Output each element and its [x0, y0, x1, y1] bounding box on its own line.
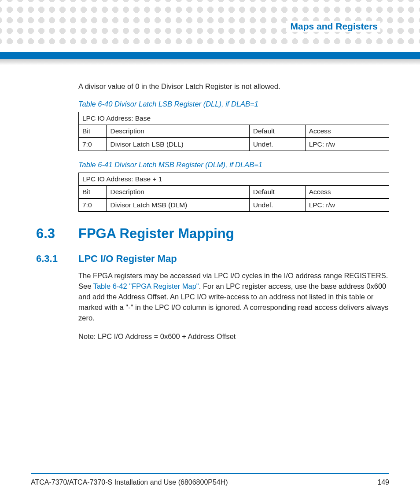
table-row: 7:0 Divisor Latch LSB (DLL) Undef. LPC: … — [79, 138, 389, 151]
table-6-40: LPC IO Address: Base Bit Description Def… — [78, 112, 389, 151]
note-paragraph: Note: LPC I/O Address = 0x600 + Address … — [78, 331, 389, 342]
cell-description: Divisor Latch LSB (DLL) — [107, 138, 249, 151]
col-header-default: Default — [249, 125, 305, 138]
section-title: FPGA Register Mapping — [78, 226, 234, 242]
section-6-3-1-heading: 6.3.1 LPC I/O Register Map — [78, 253, 389, 265]
page-header-title: Maps and Registers — [286, 21, 380, 32]
section-number: 6.3 — [36, 226, 78, 242]
col-header-access: Access — [305, 185, 389, 199]
cell-bit: 7:0 — [79, 199, 107, 212]
cell-access: LPC: r/w — [305, 199, 389, 212]
cell-bit: 7:0 — [79, 138, 107, 151]
footer-rule — [31, 473, 389, 474]
col-header-bit: Bit — [79, 125, 107, 138]
subsection-title: LPC I/O Register Map — [78, 253, 177, 265]
footer-page-number: 149 — [377, 478, 389, 486]
table-address-row: LPC IO Address: Base + 1 — [79, 173, 389, 185]
table-row: Bit Description Default Access — [79, 125, 389, 138]
table-row: LPC IO Address: Base + 1 — [79, 173, 389, 185]
col-header-default: Default — [249, 185, 305, 199]
cell-access: LPC: r/w — [305, 138, 389, 151]
header-rule — [0, 52, 420, 59]
cell-default: Undef. — [249, 199, 305, 212]
footer-doc-title: ATCA-7370/ATCA-7370-S Installation and U… — [31, 478, 228, 486]
page-content: A divisor value of 0 in the Divisor Latc… — [78, 81, 389, 349]
section-6-3-heading: 6.3 FPGA Register Mapping — [78, 226, 389, 242]
page-footer: ATCA-7370/ATCA-7370-S Installation and U… — [31, 473, 389, 486]
col-header-bit: Bit — [79, 185, 107, 199]
table-6-41: LPC IO Address: Base + 1 Bit Description… — [78, 173, 389, 212]
table-6-40-caption: Table 6-40 Divisor Latch LSB Register (D… — [78, 100, 389, 108]
header-rule-shadow — [0, 59, 420, 65]
cell-description: Divisor Latch MSB (DLM) — [107, 199, 249, 212]
table-row: 7:0 Divisor Latch MSB (DLM) Undef. LPC: … — [79, 199, 389, 212]
col-header-description: Description — [107, 185, 249, 199]
col-header-access: Access — [305, 125, 389, 138]
col-header-description: Description — [107, 125, 249, 138]
intro-paragraph: A divisor value of 0 in the Divisor Latc… — [78, 81, 389, 92]
table-address-row: LPC IO Address: Base — [79, 112, 389, 125]
section-paragraph: The FPGA registers may be accessed via L… — [78, 271, 389, 324]
table-row: LPC IO Address: Base — [79, 112, 389, 125]
cell-default: Undef. — [249, 138, 305, 151]
table-6-42-link[interactable]: Table 6-42 "FPGA Register Map" — [93, 282, 199, 290]
subsection-number: 6.3.1 — [36, 253, 78, 265]
table-6-41-caption: Table 6-41 Divisor Latch MSB Register (D… — [78, 161, 389, 169]
table-row: Bit Description Default Access — [79, 185, 389, 199]
